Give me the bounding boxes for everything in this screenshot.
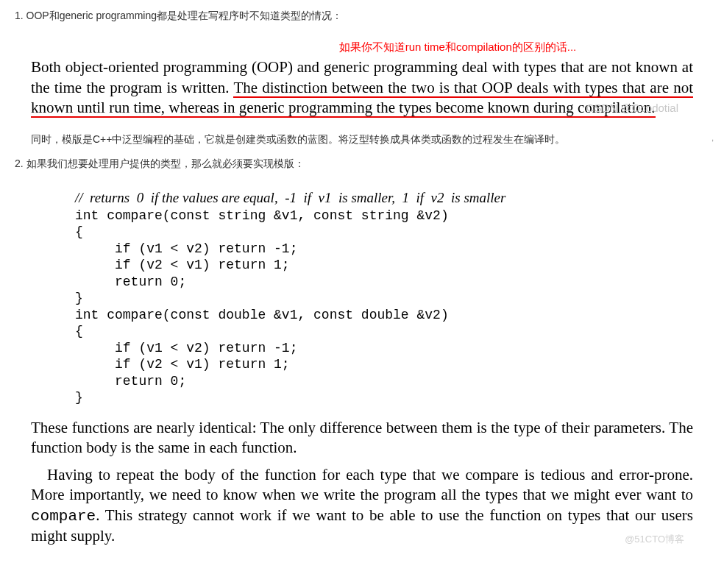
code-block: // returns 0 if the values are equal, -1… [75, 189, 709, 406]
watermark-cto: @51CTO博客 [608, 534, 684, 546]
code-line: int compare(const string &v1, const stri… [75, 208, 449, 223]
code-line: } [75, 291, 83, 305]
code-line: return 0; [75, 374, 186, 389]
stray-mark: , [711, 132, 714, 144]
list-number-1: 1. [15, 10, 26, 21]
excerpt3-underline-a: More importantly, we need to know when w… [31, 486, 693, 503]
book-excerpt-1: Both object-oriented programming (OOP) a… [31, 57, 693, 118]
code-comment: // returns 0 if the values are equal, -1… [75, 190, 505, 205]
list-item-2: 2. 如果我们想要处理用户提供的类型，那么就必须要实现模版： [15, 155, 709, 171]
code-line: { [75, 224, 83, 239]
book-excerpt-2: These functions are nearly identical: Th… [31, 418, 693, 458]
list-text-1: OOP和generic programming都是处理在写程序时不知道类型的情况… [26, 10, 342, 21]
list-item-1: 1. OOP和generic programming都是处理在写程序时不知道类型… [15, 7, 709, 24]
code-line: if (v2 < v1) return 1; [75, 258, 290, 272]
code-line: if (v1 < v2) return -1; [75, 341, 297, 355]
excerpt3-mono: compare [31, 508, 96, 525]
code-line: if (v2 < v1) return 1; [75, 357, 290, 372]
code-line: int compare(const double &v1, const doub… [75, 308, 449, 322]
list-number-2: 2. [15, 157, 26, 169]
book-excerpt-3: Having to repeat the body of the functio… [31, 465, 693, 546]
code-line: } [75, 390, 83, 405]
excerpt3-plain: Having to repeat the body of the functio… [47, 466, 693, 483]
code-line: { [75, 324, 83, 339]
watermark-csdn: CSDN @Ocodotial [586, 101, 678, 116]
code-line: return 0; [75, 274, 186, 289]
chinese-paragraph: 同时，模版是C++中泛型编程的基础，它就是创建类或函数的蓝图。将泛型转换成具体类… [31, 131, 709, 147]
list-text-2: 如果我们想要处理用户提供的类型，那么就必须要实现模版： [26, 157, 305, 169]
excerpt3-underline-b: . This strategy cannot work if we want t… [31, 506, 693, 545]
red-annotation: 如果你不知道run time和compilation的区别的话... [206, 38, 709, 56]
code-line: if (v1 < v2) return -1; [75, 241, 297, 256]
